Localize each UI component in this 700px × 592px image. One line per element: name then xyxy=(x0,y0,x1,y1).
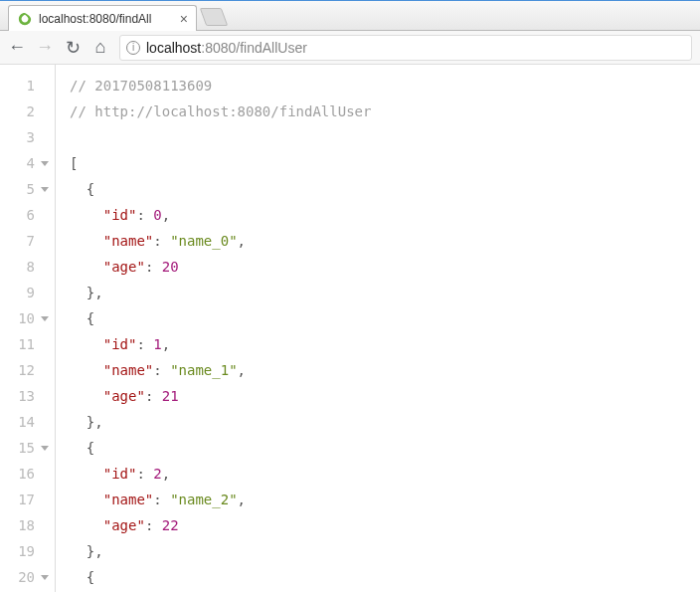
json-value: 1 xyxy=(153,336,161,352)
json-key: "age" xyxy=(103,259,145,275)
json-key: "id" xyxy=(103,336,137,352)
fold-icon[interactable] xyxy=(41,161,49,166)
json-key: "id" xyxy=(103,207,137,223)
toolbar: ← → ↻ ⌂ i localhost:8080/findAllUser xyxy=(0,31,700,65)
line-number: 11 xyxy=(18,331,35,357)
spring-leaf-icon xyxy=(17,11,33,27)
tab-bar: localhost:8080/findAll × xyxy=(0,1,700,31)
line-number: 2 xyxy=(27,99,35,124)
json-key: "name" xyxy=(103,492,154,507)
comment-line: // 20170508113609 xyxy=(70,78,212,94)
line-number: 12 xyxy=(18,357,35,383)
line-gutter: 1 2 3 4 5 6 7 8 9 10 11 12 13 14 15 16 1… xyxy=(0,65,56,592)
forward-button: → xyxy=(36,37,54,58)
json-key: "id" xyxy=(103,466,137,482)
json-value: 22 xyxy=(162,517,179,533)
line-number: 9 xyxy=(27,280,35,305)
json-value: 2 xyxy=(153,466,161,482)
json-value: 0 xyxy=(153,207,161,223)
code-area[interactable]: // 20170508113609 // http://localhost:80… xyxy=(56,65,700,592)
url-port: :8080 xyxy=(201,40,236,56)
json-key: "age" xyxy=(103,517,145,533)
json-value: "name_1" xyxy=(170,362,237,378)
line-number: 13 xyxy=(18,383,35,409)
url-host: localhost xyxy=(146,40,201,56)
fold-icon[interactable] xyxy=(41,446,49,451)
line-number: 19 xyxy=(18,538,35,564)
line-number: 17 xyxy=(18,487,35,512)
json-key: "name" xyxy=(103,362,154,378)
tab-title: localhost:8080/findAll xyxy=(39,12,174,26)
comment-line: // http://localhost:8080/findAllUser xyxy=(70,103,371,119)
line-number: 1 xyxy=(27,73,35,99)
line-number: 3 xyxy=(27,124,35,150)
url-path: /findAllUser xyxy=(236,40,307,56)
address-bar[interactable]: i localhost:8080/findAllUser xyxy=(119,35,692,61)
json-key: "age" xyxy=(103,388,145,404)
back-button[interactable]: ← xyxy=(8,37,26,58)
json-value: "name_2" xyxy=(170,492,237,507)
line-number: 18 xyxy=(18,512,35,538)
line-number: 16 xyxy=(18,461,35,487)
fold-icon[interactable] xyxy=(41,316,49,321)
json-value: 20 xyxy=(162,259,179,275)
fold-icon[interactable] xyxy=(41,187,49,192)
line-number: 10 xyxy=(18,305,35,331)
reload-button[interactable]: ↻ xyxy=(64,37,82,59)
line-number: 15 xyxy=(18,435,35,461)
line-number: 14 xyxy=(18,409,35,435)
line-number: 6 xyxy=(27,202,35,228)
json-value: 21 xyxy=(162,388,179,404)
browser-chrome: localhost:8080/findAll × ← → ↻ ⌂ i local… xyxy=(0,0,700,65)
site-info-icon[interactable]: i xyxy=(126,41,140,55)
json-viewer: 1 2 3 4 5 6 7 8 9 10 11 12 13 14 15 16 1… xyxy=(0,65,700,592)
home-button[interactable]: ⌂ xyxy=(91,37,109,58)
fold-icon[interactable] xyxy=(41,575,49,580)
new-tab-button[interactable] xyxy=(200,8,229,26)
browser-tab[interactable]: localhost:8080/findAll × xyxy=(8,5,197,31)
line-number: 4 xyxy=(27,150,35,176)
json-key: "name" xyxy=(103,233,154,249)
line-number: 7 xyxy=(27,228,35,254)
line-number: 8 xyxy=(27,254,35,280)
line-number: 5 xyxy=(27,176,35,202)
close-icon[interactable]: × xyxy=(180,11,188,27)
line-number: 20 xyxy=(18,564,35,590)
json-value: "name_0" xyxy=(170,233,237,249)
